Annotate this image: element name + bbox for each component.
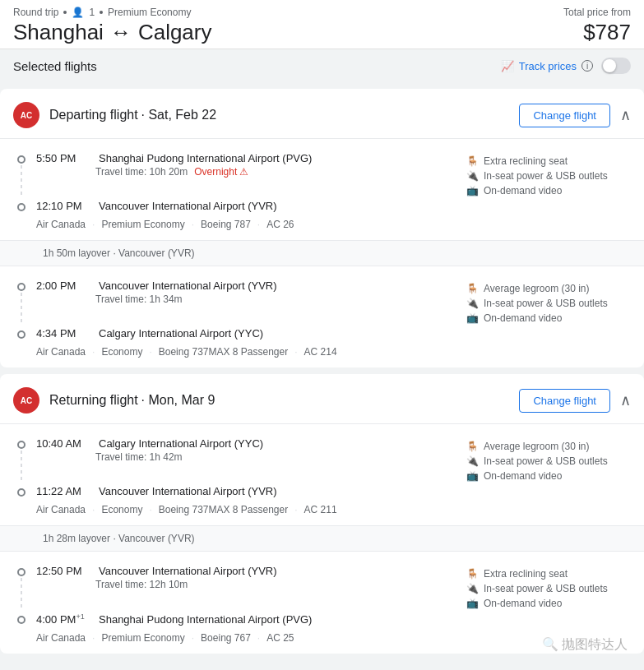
selected-flights-label: Selected flights [13,59,97,73]
returning-segment-1: 10:40 AM Calgary International Airport (… [0,424,644,525]
trip-info: Round trip 👤 1 Premium Economy [13,7,191,18]
ret2-arrive-row: 4:00 PM+1 Shanghai Pudong International … [13,612,453,626]
dep2-airline: Air Canada [36,346,86,358]
ret1-depart-dot [17,441,25,449]
ret2-line [21,578,22,608]
ret2-travel-row: Travel time: 12h 10m [36,577,277,592]
ret1-arrive-airport: Vancouver International Airport (YVR) [99,485,277,497]
ret1-amenities: 🪑 Average legroom (30 in) 🔌 In-seat powe… [466,437,631,515]
dep1-arrive-row: 12:10 PM Vancouver International Airport… [13,200,453,212]
dep1-overnight: Overnight ⚠ [194,166,248,178]
ret1-travel-time: Travel time: 1h 42m [95,451,183,463]
ret1-flight-info: Air Canada · Economy · Boeing 737MAX 8 P… [13,499,453,515]
ret1-travel-row: Travel time: 1h 42m [36,450,263,464]
ret2-flight-num: AC 25 [266,632,294,644]
track-prices-link[interactable]: 📈 Track prices i [501,60,593,72]
dep2-aircraft: Boeing 737MAX 8 Passenger [159,346,288,358]
ret1-arrive-row: 11:22 AM Vancouver International Airport… [13,485,453,497]
selected-flights-bar: Selected flights 📈 Track prices i [0,49,644,82]
dep1-amenity-2: 🔌 In-seat power & USB outlets [466,170,631,182]
svg-text:AC: AC [21,111,32,120]
dep1-depart-time: 5:50 PM [36,152,94,164]
ret1-amenity-2-text: In-seat power & USB outlets [484,455,608,467]
total-price-label: Total price from [563,7,631,18]
departing-layover: 1h 50m layover · Vancouver (YVR) [0,240,644,266]
departing-header-right: Change flight ∧ [519,104,631,127]
ret2-amenity-1: 🪑 Extra reclining seat [466,568,631,580]
origin-city: Shanghai [13,20,104,45]
dep2-depart-time: 2:00 PM [36,280,94,292]
ret2-amenities: 🪑 Extra reclining seat 🔌 In-seat power &… [466,565,631,644]
departing-collapse-icon[interactable]: ∧ [620,106,631,124]
ret1-seat-icon: 🪑 [466,441,479,452]
dep1-amenity-1-text: Extra reclining seat [484,155,568,167]
dep1-amenity-3: 📺 On-demand video [466,185,631,196]
dep2-depart-row: 2:00 PM Vancouver International Airport … [13,280,453,324]
ret1-depart-time: 10:40 AM [36,437,94,450]
ret1-arrive-time: 11:22 AM [36,485,94,497]
ret2-flight-info: Air Canada · Premium Economy · Boeing 76… [13,627,453,644]
ret2-depart-dot [17,568,25,576]
returning-layover: 1h 28m layover · Vancouver (YVR) [0,525,644,552]
ret1-power-icon: 🔌 [466,455,479,467]
track-prices-info-icon[interactable]: i [581,60,593,72]
dep1-overnight-text: Overnight [194,166,237,178]
ret2-depart-time: 12:50 PM [36,565,94,577]
departing-segment-1: 5:50 PM Shanghai Pudong International Ai… [0,139,644,240]
dep1-cabin: Premium Economy [101,219,184,230]
ret2-airline: Air Canada [36,632,86,644]
departing-flight-header: AC Departing flight · Sat, Feb 22 Change… [0,89,644,139]
departing-segment-2: 2:00 PM Vancouver International Airport … [0,266,644,367]
dep1-depart-dot [17,155,25,164]
ret1-video-icon: 📺 [466,470,479,482]
ret2-amenity-3: 📺 On-demand video [466,598,631,609]
dep1-travel-time: Travel time: 10h 20m [95,166,188,178]
dep2-arrive-airport: Calgary International Airport (YYC) [99,327,263,340]
seat-icon: 🪑 [466,155,479,167]
route-arrow-icon: ↔ [110,20,132,45]
returning-collapse-icon[interactable]: ∧ [620,391,631,409]
departing-type: Departing flight [49,108,138,122]
dep2-arrive-time: 4:34 PM [36,327,94,340]
warning-icon: ⚠ [239,166,248,178]
returning-change-flight-button[interactable]: Change flight [519,389,610,413]
ret2-aircraft: Boeing 767 [201,632,251,644]
power-icon: 🔌 [466,170,479,182]
round-trip-label: Round trip [13,7,58,18]
departing-layover-location: Vancouver (YVR) [118,247,194,259]
dep2-arrive-dot [17,330,25,339]
ret2-amenity-1-text: Extra reclining seat [484,568,568,580]
ret1-amenity-3: 📺 On-demand video [466,470,631,482]
top-bar: Round trip 👤 1 Premium Economy Total pri… [0,0,644,49]
returning-flight-header: AC Returning flight · Mon, Mar 9 Change … [0,374,644,424]
ret2-depart-row: 12:50 PM Vancouver International Airport… [13,565,453,609]
route-title: Shanghai ↔ Calgary [13,20,211,45]
dep2-amenity-3-text: On-demand video [484,312,562,324]
ret2-cabin: Premium Economy [101,632,184,644]
trend-icon: 📈 [501,60,514,72]
returning-header-right: Change flight ∧ [519,389,631,413]
dep1-line [21,165,22,195]
dep2-power-icon: 🔌 [466,298,479,309]
ret1-depart-row: 10:40 AM Calgary International Airport (… [13,437,453,482]
svg-text:AC: AC [21,396,32,405]
dep2-amenity-2-text: In-seat power & USB outlets [484,298,608,309]
dep2-depart-dot [17,283,25,291]
ret2-depart-airport: Vancouver International Airport (YVR) [99,565,277,577]
dep1-airline: Air Canada [36,219,86,230]
ret2-arrive-dot [17,616,25,624]
dep2-line [21,293,22,322]
toggle-knob [603,59,616,72]
departing-change-flight-button[interactable]: Change flight [519,104,610,127]
returning-type: Returning flight [49,393,138,407]
ret2-arrive-airport: Shanghai Pudong International Airport (P… [99,613,312,626]
dep2-depart-airport: Vancouver International Airport (YVR) [99,280,277,292]
dep2-travel-time: Travel time: 1h 34m [95,293,183,305]
dep2-cabin: Economy [101,346,142,358]
dep1-amenities: 🪑 Extra reclining seat 🔌 In-seat power &… [466,152,631,230]
returning-header-left: AC Returning flight · Mon, Mar 9 [13,387,215,414]
dep2-amenity-1-text: Average legroom (30 in) [484,283,590,294]
returning-layover-duration: 1h 28m layover [43,533,110,544]
track-prices-toggle[interactable] [601,58,631,74]
departing-flight-title: Departing flight · Sat, Feb 22 [49,108,216,122]
